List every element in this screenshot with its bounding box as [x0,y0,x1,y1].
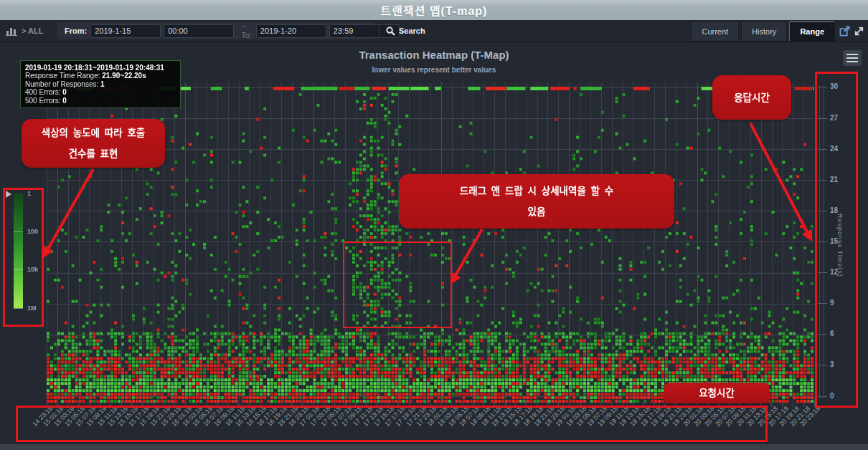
heatmap-tooltip: 2019-01-19 20:18:31~2019-01-19 20:48:31 … [20,60,181,108]
tooltip-row: 500 Errors: 0 [25,97,176,105]
toolbar-divider [379,25,379,37]
search-label: Search [399,27,425,35]
chart-scope-icon[interactable] [6,20,17,42]
window-title: 트랜잭션 맵(T-map) [381,1,488,19]
view-mode-buttons: CurrentHistoryRange [691,21,835,40]
view-button-range[interactable]: Range [789,21,835,42]
date-range-panel: From: ~ To: [57,22,374,39]
chart-title: Transaction Heatmap (T-Map) [0,49,868,61]
legend-highlight-box [3,188,44,327]
external-link-icon [839,26,850,37]
open-new-window-button[interactable] [838,24,851,37]
expand-icon [854,26,864,37]
from-date-input[interactable] [90,24,161,38]
tooltip-row: Response Time Range: 21.90~22.20s [25,72,176,80]
tooltip-period: 2019-01-19 20:18:31~2019-01-19 20:48:31 [25,64,176,72]
request-time-note: 요청시간 [664,383,770,403]
drag-drop-note: 드래그 앤 드랍 시 상세내역을 할 수 있음 [399,174,674,229]
from-time-input[interactable] [164,24,234,38]
search-button[interactable]: Search [386,20,425,42]
color-density-note: 색상의 농도에 따라 호출 건수를 표현 [22,119,165,168]
scope-breadcrumb[interactable]: > ALL [22,20,43,42]
x-axis-highlight-box [16,406,768,442]
bar-chart-icon [6,26,17,36]
hamburger-icon [846,54,858,55]
search-icon [386,27,395,36]
y-axis-highlight-box [815,72,858,408]
response-time-note: 응답시간 [712,75,791,120]
view-button-history[interactable]: History [741,21,787,42]
to-date-input[interactable] [256,24,326,38]
to-label: ~ To: [241,22,252,39]
tooltip-rows: Response Time Range: 21.90~22.20sNumber … [25,72,176,105]
from-label: From: [65,27,87,35]
view-button-current[interactable]: Current [691,21,739,42]
window-titlebar: 트랜잭션 맵(T-map) [0,0,868,20]
chart-menu-button[interactable] [843,50,862,66]
window-bottom-edge [0,444,868,450]
transaction-map-window: 트랜잭션 맵(T-map) > ALL From: ~ To: [0,0,868,450]
toolbar: > ALL From: ~ To: Search CurrentHi [0,20,868,42]
expand-button[interactable] [852,24,865,37]
drag-selection-rect [343,241,452,328]
tooltip-row: 400 Errors: 0 [25,88,176,97]
tooltip-row: Number of Responses: 1 [25,80,176,89]
